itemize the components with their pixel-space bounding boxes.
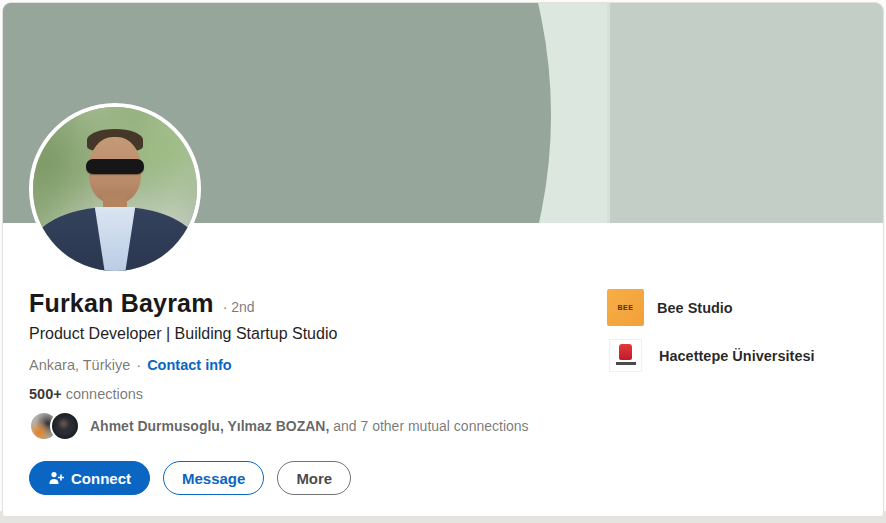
message-label: Message xyxy=(182,470,245,487)
location-row: Ankara, Türkiye · Contact info xyxy=(29,357,232,373)
mutual-connections-text: Ahmet Durmusoglu, Yılmaz BOZAN, and 7 ot… xyxy=(90,418,529,434)
profile-photo[interactable] xyxy=(29,103,201,275)
location-text: Ankara, Türkiye xyxy=(29,357,130,373)
more-button[interactable]: More xyxy=(277,461,351,495)
current-company-link[interactable]: BEE Bee Studio xyxy=(607,289,815,326)
degree-badge: · 2nd xyxy=(223,299,255,315)
mutual-avatar-2 xyxy=(50,411,80,441)
affiliations-column: BEE Bee Studio Hacettepe Üniversitesi xyxy=(607,289,815,374)
person-add-icon xyxy=(48,470,64,486)
connections-label: connections xyxy=(62,386,143,402)
profile-name: Furkan Bayram xyxy=(29,289,214,318)
mutual-connections-link[interactable]: Ahmet Durmusoglu, Yılmaz BOZAN, and 7 ot… xyxy=(29,411,529,441)
hacettepe-emblem xyxy=(619,344,632,360)
profile-card: Furkan Bayram · 2nd Product Developer | … xyxy=(2,2,884,517)
mutual-rest: and 7 other mutual connections xyxy=(329,418,528,434)
sunglasses xyxy=(86,159,144,174)
message-button[interactable]: Message xyxy=(163,461,264,495)
connections-count: 500+ xyxy=(29,386,62,402)
bee-logo-text: BEE xyxy=(618,304,634,311)
more-label: More xyxy=(296,470,332,487)
bee-studio-logo-icon: BEE xyxy=(607,289,644,326)
company-name: Bee Studio xyxy=(657,300,733,316)
name-row: Furkan Bayram · 2nd xyxy=(29,289,255,318)
contact-info-link[interactable]: Contact info xyxy=(147,357,232,373)
hacettepe-emblem-base xyxy=(616,362,636,365)
education-link[interactable]: Hacettepe Üniversitesi xyxy=(607,337,815,374)
action-buttons: Connect Message More xyxy=(29,461,351,495)
connections-link[interactable]: 500+ connections xyxy=(29,386,143,402)
connect-button[interactable]: Connect xyxy=(29,461,150,495)
profile-headline: Product Developer | Building Startup Stu… xyxy=(29,325,337,343)
hacettepe-university-logo-icon xyxy=(609,339,642,372)
banner-right-panel xyxy=(607,3,883,223)
connect-label: Connect xyxy=(71,470,131,487)
mutual-names: Ahmet Durmusoglu, Yılmaz BOZAN, xyxy=(90,418,329,434)
dot-separator: · xyxy=(136,357,141,373)
school-name: Hacettepe Üniversitesi xyxy=(659,348,815,364)
